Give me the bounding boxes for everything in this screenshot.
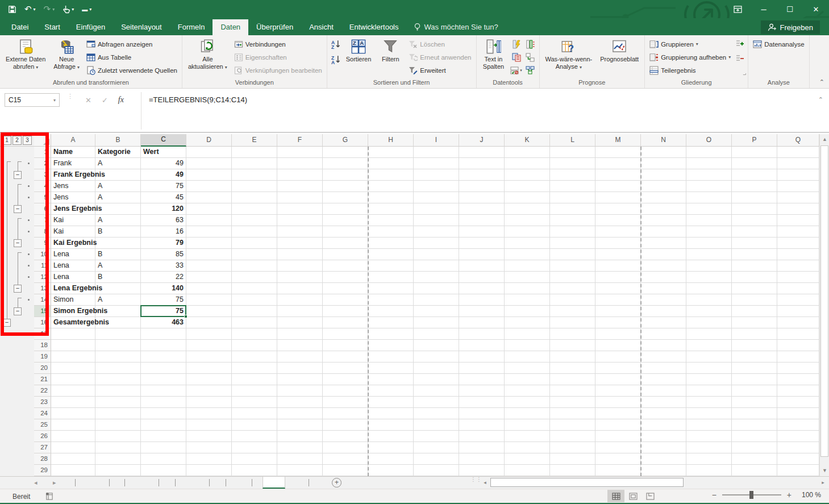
cell-M18[interactable] xyxy=(595,340,641,351)
cell-G1[interactable] xyxy=(323,147,368,158)
cell-I11[interactable] xyxy=(414,260,459,272)
cell-A3[interactable]: Frank Ergebnis xyxy=(51,169,95,181)
tab-formeln[interactable]: Formeln xyxy=(170,19,213,35)
cell-A23[interactable] xyxy=(51,397,95,408)
cell-I3[interactable] xyxy=(414,169,459,181)
cell-F19[interactable] xyxy=(277,351,323,363)
cell-P21[interactable] xyxy=(732,374,777,385)
cell-M19[interactable] xyxy=(595,351,641,363)
cell-F11[interactable] xyxy=(277,260,323,272)
cell-E14[interactable] xyxy=(232,294,277,306)
cell-D29[interactable] xyxy=(186,465,232,476)
cell-N22[interactable] xyxy=(641,385,686,397)
cell-C22[interactable] xyxy=(141,385,186,397)
insert-function-icon[interactable]: fx xyxy=(118,95,124,105)
cell-P11[interactable] xyxy=(732,260,777,272)
cell-C7[interactable]: 63 xyxy=(141,215,186,226)
row-header-4[interactable]: 4 xyxy=(34,181,51,192)
cell-P24[interactable] xyxy=(732,408,777,419)
column-header-l[interactable]: L xyxy=(550,134,595,147)
cell-P6[interactable] xyxy=(732,203,777,215)
tab-datei[interactable]: Datei xyxy=(3,19,36,35)
cell-J29[interactable] xyxy=(459,465,505,476)
cell-A24[interactable] xyxy=(51,408,95,419)
flash-fill-button[interactable] xyxy=(510,38,523,51)
cell-J25[interactable] xyxy=(459,419,505,431)
cell-N29[interactable] xyxy=(641,465,686,476)
cell-J16[interactable] xyxy=(459,317,505,328)
cell-I23[interactable] xyxy=(414,397,459,408)
cell-L7[interactable] xyxy=(550,215,595,226)
cell-E11[interactable] xyxy=(232,260,277,272)
cell-N1[interactable] xyxy=(641,147,686,158)
cell-Q7[interactable] xyxy=(777,215,819,226)
column-header-p[interactable]: P xyxy=(732,134,777,147)
cell-I15[interactable] xyxy=(414,306,459,317)
horizontal-scrollbar[interactable]: ◂ ▸ xyxy=(480,478,828,488)
cell-O6[interactable] xyxy=(686,203,732,215)
cell-J5[interactable] xyxy=(459,192,505,203)
cell-B4[interactable]: A xyxy=(95,181,141,192)
cell-I20[interactable] xyxy=(414,363,459,374)
zoom-out-icon[interactable]: − xyxy=(712,490,716,499)
cell-F4[interactable] xyxy=(277,181,323,192)
cell-H1[interactable] xyxy=(368,147,414,158)
cell-C4[interactable]: 75 xyxy=(141,181,186,192)
cell-P16[interactable] xyxy=(732,317,777,328)
cell-M21[interactable] xyxy=(595,374,641,385)
cell-O16[interactable] xyxy=(686,317,732,328)
cell-J13[interactable] xyxy=(459,283,505,294)
cell-N2[interactable] xyxy=(641,158,686,169)
cell-P14[interactable] xyxy=(732,294,777,306)
cell-N13[interactable] xyxy=(641,283,686,294)
cell-L11[interactable] xyxy=(550,260,595,272)
cell-N8[interactable] xyxy=(641,226,686,238)
cell-O18[interactable] xyxy=(686,340,732,351)
cell-H26[interactable] xyxy=(368,431,414,442)
cell-B15[interactable] xyxy=(95,306,141,317)
cell-A11[interactable]: Lena xyxy=(51,260,95,272)
cell-D1[interactable] xyxy=(186,147,232,158)
cell-G17[interactable] xyxy=(323,328,368,340)
cell-N14[interactable] xyxy=(641,294,686,306)
row-header-10[interactable]: 10 xyxy=(34,249,51,260)
cell-G13[interactable] xyxy=(323,283,368,294)
cell-I27[interactable] xyxy=(414,442,459,453)
cell-D6[interactable] xyxy=(186,203,232,215)
cell-O7[interactable] xyxy=(686,215,732,226)
cell-N20[interactable] xyxy=(641,363,686,374)
cell-M7[interactable] xyxy=(595,215,641,226)
cell-L29[interactable] xyxy=(550,465,595,476)
cell-H3[interactable] xyxy=(368,169,414,181)
minimize-icon[interactable]: ─ xyxy=(751,0,777,18)
cell-H14[interactable] xyxy=(368,294,414,306)
cell-K9[interactable] xyxy=(505,238,550,249)
cell-A18[interactable] xyxy=(51,340,95,351)
cell-B18[interactable] xyxy=(95,340,141,351)
cell-D28[interactable] xyxy=(186,453,232,465)
cell-K4[interactable] xyxy=(505,181,550,192)
row-header-29[interactable]: 29 xyxy=(34,465,51,476)
column-header-g[interactable]: G xyxy=(323,134,368,147)
cell-K22[interactable] xyxy=(505,385,550,397)
cell-A29[interactable] xyxy=(51,465,95,476)
cell-N9[interactable] xyxy=(641,238,686,249)
cell-E17[interactable] xyxy=(232,328,277,340)
cell-N25[interactable] xyxy=(641,419,686,431)
cell-O8[interactable] xyxy=(686,226,732,238)
cell-F20[interactable] xyxy=(277,363,323,374)
cell-M20[interactable] xyxy=(595,363,641,374)
hide-detail-button[interactable] xyxy=(735,54,744,63)
zoom-slider-thumb[interactable] xyxy=(749,491,753,499)
cell-B26[interactable] xyxy=(95,431,141,442)
cell-G3[interactable] xyxy=(323,169,368,181)
cell-H15[interactable] xyxy=(368,306,414,317)
row-header-21[interactable]: 21 xyxy=(34,374,51,385)
cell-A27[interactable] xyxy=(51,442,95,453)
cell-H12[interactable] xyxy=(368,272,414,283)
cell-G14[interactable] xyxy=(323,294,368,306)
cell-E3[interactable] xyxy=(232,169,277,181)
cell-P13[interactable] xyxy=(732,283,777,294)
cell-K21[interactable] xyxy=(505,374,550,385)
cell-Q26[interactable] xyxy=(777,431,819,442)
